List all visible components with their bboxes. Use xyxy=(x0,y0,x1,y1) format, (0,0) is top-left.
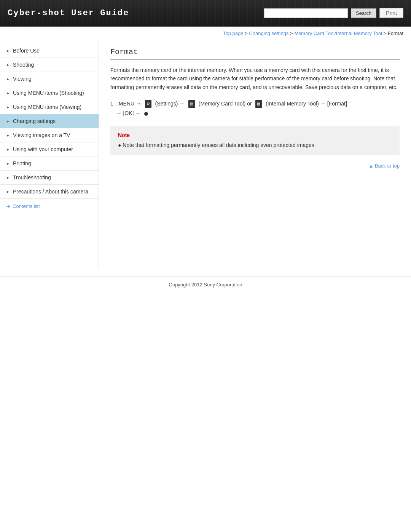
instruction-step2: → [OK] → xyxy=(110,110,142,116)
sidebar-item-label: Changing settings xyxy=(13,118,56,124)
sidebar-item-using-menu-viewing[interactable]: ► Using MENU items (Viewing) xyxy=(0,100,99,114)
chevron-right-icon: ► xyxy=(6,63,10,67)
chevron-right-icon: ► xyxy=(6,77,10,81)
sidebar-item-label: Using MENU items (Shooting) xyxy=(13,90,84,96)
note-content: Note that formatting permanently erases … xyxy=(118,141,392,149)
page-description: Formats the memory card or the internal … xyxy=(110,66,400,91)
sidebar-item-label: Precautions / About this camera xyxy=(13,189,88,195)
sidebar-item-using-with-computer[interactable]: ► Using with your computer xyxy=(0,142,99,157)
header: Cyber-shot User Guide Search Print xyxy=(0,0,411,27)
note-box: Note Note that formatting permanently er… xyxy=(110,126,400,155)
back-to-top[interactable]: ▲ Back to top xyxy=(110,163,400,169)
chevron-right-icon: ► xyxy=(6,161,10,166)
main-layout: ► Before Use ► Shooting ► Viewing ► Usin… xyxy=(0,40,411,268)
instruction-step1: 1．MENU → xyxy=(110,101,143,107)
sidebar-item-troubleshooting[interactable]: ► Troubleshooting xyxy=(0,171,99,185)
instruction-settings: (Settings) → xyxy=(154,101,186,107)
ok-bullet-icon xyxy=(144,112,148,116)
sidebar-item-using-menu-shooting[interactable]: ► Using MENU items (Shooting) xyxy=(0,86,99,100)
note-title: Note xyxy=(118,132,392,138)
contents-list-link[interactable]: ➔ Contents list xyxy=(0,199,99,214)
content-area: Format Formats the memory card or the in… xyxy=(99,40,411,268)
chevron-right-icon: ► xyxy=(6,147,10,152)
breadcrumb-top-page[interactable]: Top page xyxy=(223,30,244,36)
footer: Copyright 2012 Sony Corporation xyxy=(0,276,411,293)
chevron-right-icon: ► xyxy=(6,190,10,194)
chevron-right-icon: ► xyxy=(6,133,10,137)
breadcrumb: Top page > Changing settings > Memory Ca… xyxy=(0,27,411,40)
sidebar-item-label: Using MENU items (Viewing) xyxy=(13,104,81,110)
breadcrumb-sep3: > xyxy=(384,30,388,36)
instruction: 1．MENU → ⚙ (Settings) → ▤ (Memory Card T… xyxy=(110,99,400,118)
search-button[interactable]: Search xyxy=(351,8,376,18)
logo: Cyber-shot User Guide xyxy=(8,8,129,18)
breadcrumb-changing-settings[interactable]: Changing settings xyxy=(249,30,288,36)
sidebar-item-before-use[interactable]: ► Before Use xyxy=(0,44,99,58)
memory-card-tool-icon: ▤ xyxy=(188,100,195,108)
instruction-internal: (Internal Memory Tool) → [Format] xyxy=(264,101,347,107)
sidebar-item-label: Using with your computer xyxy=(13,146,73,152)
sidebar-item-label: Printing xyxy=(13,160,31,166)
contents-list-label: Contents list xyxy=(13,203,40,209)
chevron-right-icon: ► xyxy=(6,119,10,123)
search-input[interactable] xyxy=(264,8,348,18)
sidebar-item-label: Before Use xyxy=(13,48,40,54)
sidebar-item-shooting[interactable]: ► Shooting xyxy=(0,58,99,72)
sidebar-item-label: Troubleshooting xyxy=(13,174,51,181)
breadcrumb-sep1: > xyxy=(245,30,249,36)
sidebar-item-label: Viewing images on a TV xyxy=(13,132,70,138)
breadcrumb-memory-card-tool[interactable]: Memory Card Tool/Internal Memory Tool xyxy=(294,30,382,36)
chevron-right-icon: ► xyxy=(6,176,10,180)
copyright: Copyright 2012 Sony Corporation xyxy=(169,282,242,288)
print-button[interactable]: Print xyxy=(379,8,403,18)
sidebar: ► Before Use ► Shooting ► Viewing ► Usin… xyxy=(0,40,99,268)
sidebar-item-label: Viewing xyxy=(13,76,32,82)
chevron-right-icon: ► xyxy=(6,105,10,109)
sidebar-item-changing-settings[interactable]: ► Changing settings xyxy=(0,114,99,128)
sidebar-item-viewing-images-tv[interactable]: ► Viewing images on a TV xyxy=(0,128,99,142)
sidebar-item-viewing[interactable]: ► Viewing xyxy=(0,72,99,86)
sidebar-item-precautions[interactable]: ► Precautions / About this camera xyxy=(0,185,99,199)
back-to-top-link[interactable]: ▲ Back to top xyxy=(368,163,400,169)
sidebar-item-label: Shooting xyxy=(13,62,34,68)
breadcrumb-sep2: > xyxy=(290,30,294,36)
instruction-memory-card: (Memory Card Tool) or xyxy=(197,101,253,107)
internal-memory-tool-icon: ▦ xyxy=(255,100,262,108)
sidebar-item-printing[interactable]: ► Printing xyxy=(0,157,99,171)
settings-icon: ⚙ xyxy=(145,100,151,108)
header-right: Search Print xyxy=(264,8,403,18)
chevron-right-icon: ► xyxy=(6,49,10,53)
breadcrumb-format: Format xyxy=(388,30,403,36)
page-title: Format xyxy=(110,48,400,60)
arrow-right-icon: ➔ xyxy=(6,203,10,209)
chevron-right-icon: ► xyxy=(6,91,10,95)
